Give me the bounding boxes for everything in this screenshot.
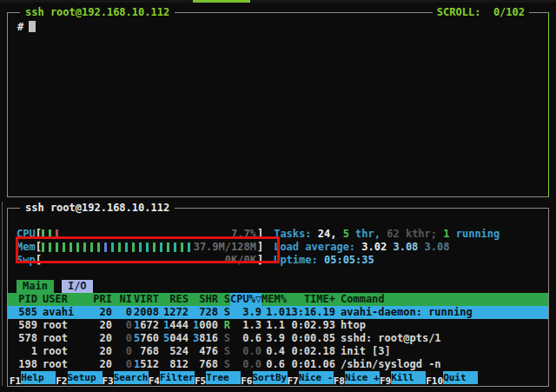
fkey-label: Search	[114, 371, 149, 384]
cell-user: root	[43, 319, 91, 332]
cell-shr: 1000	[189, 319, 218, 332]
meter-tick	[160, 243, 162, 252]
cell-shr: 768	[189, 358, 218, 371]
cell-pid: 198	[8, 358, 37, 371]
process-row[interactable]: 198root2001512812768S0.00.60:01.06/sbin/…	[8, 358, 548, 371]
cell-shr: 728	[189, 306, 218, 319]
fkey-f1-help[interactable]: F1Help	[10, 371, 56, 388]
fkey-key: F10	[426, 375, 443, 387]
cell-ni: 0	[112, 345, 132, 358]
process-row[interactable]: 1root200768524476S0.00.40:02.18init [3]	[8, 345, 548, 358]
cell-mem: 3.9	[261, 332, 285, 345]
cell-s: S	[218, 306, 230, 319]
meter-tick	[90, 243, 93, 252]
meter-tick	[63, 243, 65, 252]
tab-main[interactable]: Main	[17, 280, 54, 293]
fkey-f9-kill[interactable]: F9Kill	[380, 371, 426, 388]
cell-pid: 578	[8, 332, 37, 345]
column-header-res[interactable]: RES	[159, 293, 189, 306]
mem-meter-bar: 37.9M/128M	[42, 241, 257, 254]
process-row[interactable]: 585avahi20020081272728S3.91.013:16.19ava…	[8, 306, 548, 319]
swp-meter-label: Swp	[17, 254, 36, 267]
column-header-ni[interactable]: NI	[112, 293, 132, 306]
meter-tick	[146, 243, 149, 252]
meter-tick	[111, 243, 114, 252]
cell-shr: 476	[189, 345, 218, 358]
cell-pri: 20	[91, 345, 112, 358]
pane-title: ssh root@192.168.10.112	[20, 202, 175, 215]
column-header-user[interactable]: USER	[43, 293, 91, 306]
meter-tick	[83, 243, 86, 252]
process-table-header: PIDUSERPRINIVIRTRESSHRSCPU%▽MEM%TIME+Com…	[8, 293, 548, 306]
cell-user: root	[43, 345, 91, 358]
cell-command: htop	[341, 319, 548, 332]
fkey-f7-nice[interactable]: F7Nice -	[288, 371, 334, 388]
column-header-mem[interactable]: MEM%	[261, 293, 285, 306]
fkey-key: F7	[288, 375, 299, 387]
cell-res: 524	[159, 345, 189, 358]
fkey-f6-sortby[interactable]: F6SortBy	[241, 371, 287, 388]
cell-res: 5044	[159, 332, 189, 345]
cell-cpu: 0.0	[230, 358, 261, 371]
cell-ni: 0	[112, 306, 132, 319]
meter-tick	[118, 243, 121, 252]
fkey-key: F5	[195, 375, 206, 387]
column-header-time[interactable]: TIME+	[285, 293, 335, 306]
fkey-key: F3	[103, 375, 114, 387]
cell-ni: 0	[112, 319, 132, 332]
fkey-key: F6	[241, 375, 252, 387]
process-row[interactable]: 589root200167214441000R1.31.10:02.93htop	[8, 319, 548, 332]
column-header-virt[interactable]: VIRT	[132, 293, 159, 306]
fkey-key: F2	[56, 375, 67, 387]
fkey-f8-nice[interactable]: F8Nice +	[334, 371, 380, 388]
function-key-bar: F1HelpF2SetupF3SearchF4FilterF5TreeF6Sor…	[10, 371, 548, 385]
column-header-command[interactable]: Command	[341, 293, 548, 306]
cell-user: avahi	[43, 306, 91, 319]
meter-tick	[104, 243, 107, 252]
cell-s: S	[218, 332, 230, 345]
cell-pri: 20	[91, 306, 112, 319]
scroll-indicator: SCROLL: 0/102	[433, 6, 529, 19]
cell-time: 0:01.06	[285, 358, 335, 371]
column-header-pid[interactable]: PID	[8, 293, 37, 306]
tab-io[interactable]: I/O	[62, 280, 93, 293]
meter-tick	[49, 229, 51, 239]
meter-tick	[188, 243, 190, 252]
fkey-label: Nice -	[299, 371, 334, 384]
meter-tick	[153, 243, 156, 252]
fkey-f10-quit[interactable]: F10Quit	[426, 371, 478, 388]
column-header-cpu[interactable]: CPU%▽	[230, 293, 261, 306]
meter-tick	[167, 243, 169, 252]
cell-command: avahi-daemon: running	[341, 306, 548, 319]
fkey-f4-filter[interactable]: F4Filter	[149, 371, 195, 388]
cell-virt: 1512	[132, 358, 159, 371]
cell-cpu: 0.0	[230, 345, 261, 358]
fkey-label: Tree	[206, 371, 241, 384]
htop-app: CPU[7.7%]Tasks: 24, 5 thr, 62 kthr; 1 ru…	[8, 209, 548, 385]
column-header-shr[interactable]: SHR	[189, 293, 218, 306]
cell-virt: 1672	[132, 319, 159, 332]
meter-area: CPU[7.7%]Tasks: 24, 5 thr, 62 kthr; 1 ru…	[8, 228, 548, 267]
meter-tick	[97, 243, 100, 252]
meter-tick	[70, 243, 72, 252]
mem-meter: Mem[37.9M/128M]Load average: 3.02 3.08 3…	[17, 241, 548, 254]
meter-tick	[49, 243, 51, 252]
fkey-f2-setup[interactable]: F2Setup	[56, 371, 102, 388]
cell-s: S	[218, 358, 230, 371]
cell-shr: 3816	[189, 332, 218, 345]
fkey-f3-search[interactable]: F3Search	[103, 371, 149, 388]
process-table: 585avahi20020081272728S3.91.013:16.19ava…	[8, 306, 548, 371]
column-header-pri[interactable]: PRI	[91, 293, 112, 306]
cell-res: 1444	[159, 319, 189, 332]
fkey-label: Quit	[443, 371, 478, 384]
meter-tick	[139, 243, 142, 252]
fkey-f5-tree[interactable]: F5Tree	[195, 371, 241, 388]
cell-mem: 1.1	[261, 319, 285, 332]
process-row[interactable]: 578root200576050443816S0.63.90:00.85sshd…	[8, 332, 548, 345]
cell-s: R	[218, 319, 230, 332]
fkey-key: F8	[334, 375, 345, 387]
swp-meter-value: 0K/0K	[225, 254, 256, 267]
cell-ni: 0	[112, 358, 132, 371]
meter-tick	[125, 243, 128, 252]
column-header-s[interactable]: S	[218, 293, 230, 306]
